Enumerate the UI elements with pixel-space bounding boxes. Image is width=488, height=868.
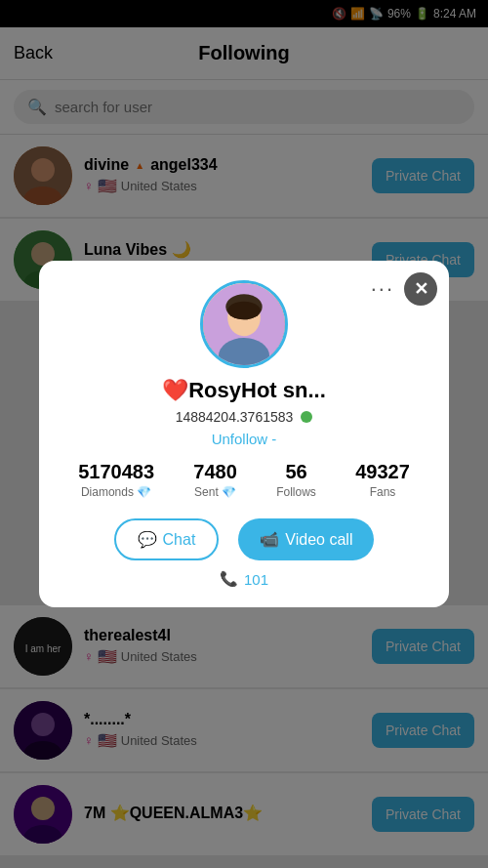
stats-row: 5170483 Diamonds 💎 7480 Sent 💎 56 Follow… (59, 461, 429, 499)
modal-username: ❤️RosyHot sn... (162, 378, 326, 403)
modal-user-id: 14884204.3761583 (176, 409, 294, 425)
modal-overlay: ··· ✕ ❤️RosyHot sn... 14884204.3761583 U… (0, 0, 488, 868)
modal-avatar-image (203, 283, 285, 365)
stat-fans: 49327 Fans (355, 461, 410, 499)
chat-icon: 💬 (138, 530, 157, 549)
stat-diamonds: 5170483 Diamonds 💎 (78, 461, 154, 499)
chat-button[interactable]: 💬 Chat (114, 518, 220, 560)
call-row[interactable]: 📞 101 (220, 570, 268, 588)
stat-follows: 56 Follows (276, 461, 316, 499)
video-icon: 📹 (260, 530, 279, 549)
svg-point-18 (227, 302, 261, 320)
video-call-button[interactable]: 📹 Video call (238, 518, 374, 560)
modal-avatar (200, 280, 288, 368)
stat-sent: 7480 Sent 💎 (193, 461, 237, 499)
action-row: 💬 Chat 📹 Video call (59, 518, 429, 560)
phone-icon: 📞 (220, 570, 238, 588)
close-button[interactable]: ✕ (404, 272, 437, 306)
unfollow-button[interactable]: Unfollow - (212, 431, 277, 447)
modal-id-row: 14884204.3761583 (176, 409, 313, 425)
modal: ··· ✕ ❤️RosyHot sn... 14884204.3761583 U… (39, 261, 449, 607)
more-options-button[interactable]: ··· (371, 276, 394, 302)
online-indicator (301, 411, 312, 423)
